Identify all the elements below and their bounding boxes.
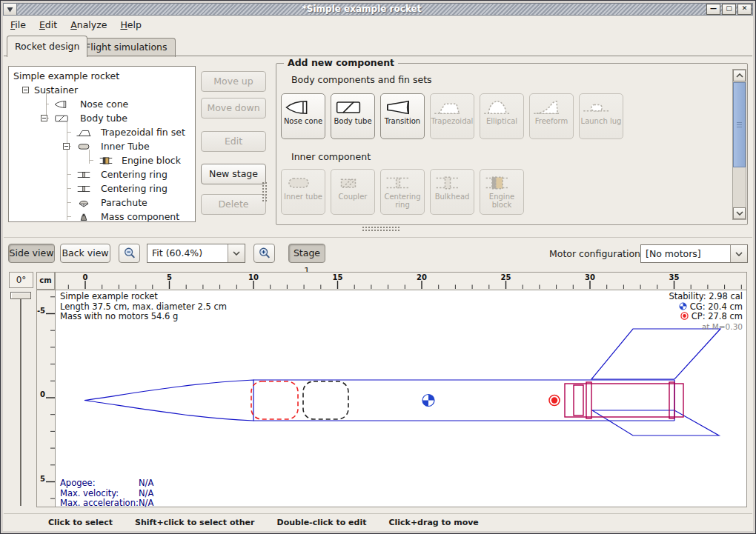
tree-item-parachute[interactable]: Parachute (9, 196, 195, 210)
new-stage-button[interactable]: New stage (201, 164, 266, 184)
zoom-level-select[interactable]: Fit (60.4%) (147, 244, 245, 263)
magnifier-plus-icon (258, 247, 271, 260)
tree-item-label: Engine block (122, 153, 181, 167)
component-icon-wrap (331, 173, 374, 193)
flight-data-label: Max. acceleration: (60, 498, 139, 509)
tree-item-nose-cone[interactable]: Nose cone (9, 97, 195, 111)
vertical-ruler: -505 (36, 290, 55, 507)
tree-expander[interactable] (41, 115, 47, 121)
mass-component-outline (303, 381, 348, 419)
ruler-unit-label: cm (36, 272, 55, 290)
tree-item-simple-example-rocket[interactable]: Simple example rocket (9, 69, 195, 83)
maximize-button[interactable]: ▢ (722, 4, 736, 15)
component-scrollbar[interactable] (732, 69, 746, 220)
window-glyph (7, 7, 13, 13)
add-nose-cone-button[interactable]: Nose cone (281, 93, 325, 139)
tree-item-engine-block[interactable]: Engine block (9, 153, 195, 167)
add-transition-button[interactable]: Transition (380, 93, 425, 139)
zoom-select-arrow[interactable] (228, 244, 245, 262)
rocket-side-view (56, 290, 746, 507)
tree-item-label: Inner Tube (101, 139, 150, 153)
component-icon-wrap (431, 173, 474, 193)
close-button[interactable]: ✕ (737, 4, 752, 15)
svg-text:20: 20 (417, 273, 427, 281)
component-button-label: Transition (381, 117, 424, 125)
flight-data-label: Apogee: (60, 478, 139, 489)
tree-item-inner-tube[interactable]: Inner Tube (9, 139, 195, 153)
menu-help[interactable]: Help (113, 16, 148, 34)
body-tube-outline (253, 380, 674, 421)
add-freeform-button: Freeform (529, 93, 574, 139)
tree-icon-wrap (73, 127, 95, 138)
tree-icon-wrap (50, 113, 73, 124)
horizontal-splitter[interactable] (362, 226, 400, 232)
vertical-splitter[interactable] (262, 181, 267, 202)
body-tube-icon (331, 98, 365, 117)
side-view-button[interactable]: Side view (8, 244, 55, 263)
tree-item-mass-component[interactable]: Mass component (9, 210, 195, 222)
tree-item-body-tube[interactable]: Body tube (9, 111, 195, 125)
coupler-icon (331, 173, 365, 193)
flight-data-row: Max. acceleration:N/A (60, 498, 153, 509)
tab-rocket-design[interactable]: Rocket design (7, 36, 87, 57)
cp-value: CP: 27.8 cm (692, 311, 743, 321)
tree-item-trapezoidal-fin-set[interactable]: Trapezoidal fin set (9, 125, 195, 139)
magnifier-minus-icon (123, 247, 136, 260)
tree-item-label: Simple example rocket (13, 69, 119, 83)
flight-data-value: N/A (139, 478, 153, 488)
system-menu-icon[interactable] (4, 4, 17, 15)
tree-item-label: Body tube (80, 111, 127, 125)
component-icon-wrap (381, 173, 424, 193)
component-icon-wrap (282, 98, 325, 117)
flight-data-row: Max. velocity:N/A (60, 489, 153, 499)
zoom-in-button[interactable] (253, 244, 275, 263)
motor-configuration-label: Motor configuration: (549, 248, 643, 259)
status-hint: Shift+click to select other (135, 518, 255, 527)
stage-1-toggle[interactable]: Stage 1 (288, 244, 325, 263)
rocket-figure-canvas[interactable]: Simple example rocket Length 37.5 cm, ma… (55, 290, 747, 507)
tree-expander[interactable] (22, 87, 29, 93)
tree-expander[interactable] (63, 143, 70, 150)
add-body-tube-button[interactable]: Body tube (331, 93, 375, 139)
stability-condition: at M=0.30 (669, 322, 743, 333)
scroll-down-button[interactable] (733, 207, 746, 219)
status-hint: Click+drag to move (388, 518, 478, 527)
panel-divider (4, 56, 752, 56)
component-icon-wrap (530, 98, 573, 117)
component-tree[interactable]: Simple example rocketSustainerNose coneB… (8, 66, 196, 222)
back-view-button[interactable]: Back view (60, 244, 110, 263)
tree-item-label: Parachute (101, 196, 147, 210)
nose-cone-outline (84, 380, 253, 421)
zoom-out-button[interactable] (119, 244, 140, 263)
status-hint: Double-click to edit (277, 518, 367, 527)
component-button-label: Inner tube (282, 193, 325, 201)
cg-icon (679, 302, 687, 310)
cg-row: CG: 20.4 cm (669, 302, 743, 313)
menu-analyze[interactable]: Analyze (64, 16, 113, 34)
rotation-slider-track[interactable] (20, 294, 22, 506)
tree-branch-line (67, 216, 71, 217)
fin-bottom-outline (592, 410, 719, 435)
tree-item-label: Sustainer (34, 83, 78, 97)
rocket-drawing[interactable] (56, 290, 746, 507)
title-bar[interactable]: *Simple example rocket — ▢ ✕ (3, 3, 753, 16)
motor-select-arrow[interactable] (730, 245, 747, 262)
tree-item-centering-ring[interactable]: Centering ring (9, 181, 195, 196)
status-bar: Click to selectShift+click to select oth… (4, 513, 752, 531)
tree-item-label: Trapezoidal fin set (101, 125, 185, 139)
rotation-slider-handle[interactable] (10, 292, 31, 299)
tree-item-sustainer[interactable]: Sustainer (9, 83, 195, 97)
tab-flight-simulations[interactable]: Flight simulations (77, 38, 176, 57)
tree-item-centering-ring[interactable]: Centering ring (9, 167, 195, 181)
tree-branch-line (46, 104, 49, 104)
component-button-label: Coupler (331, 193, 374, 201)
scroll-up-button[interactable] (733, 70, 746, 81)
rotation-value-field[interactable]: 0° (9, 272, 33, 288)
motor-configuration-select[interactable]: [No motors] (640, 244, 748, 263)
nose-cone-icon (50, 99, 73, 110)
menu-file[interactable]: File (4, 16, 33, 34)
fin-elliptical-icon (480, 98, 514, 117)
menu-edit[interactable]: Edit (33, 16, 64, 34)
minimize-button[interactable]: — (706, 4, 720, 15)
scrollbar-thumb[interactable] (733, 82, 746, 167)
